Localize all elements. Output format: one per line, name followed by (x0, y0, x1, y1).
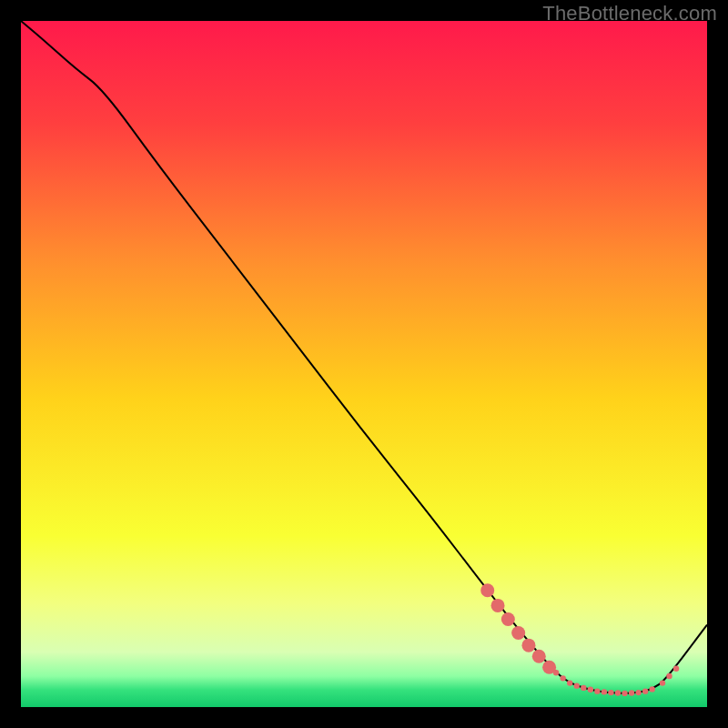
highlight-dot (521, 639, 535, 652)
highlight-dot (635, 690, 641, 695)
highlight-dot (581, 685, 586, 691)
highlight-dot (594, 688, 600, 693)
chart-stage: TheBottleneck.com (0, 0, 728, 728)
highlight-dot (511, 626, 525, 640)
highlight-dot (615, 690, 621, 695)
highlight-dot (574, 682, 580, 688)
highlight-dot (567, 680, 572, 685)
highlight-dot (602, 689, 607, 694)
highlight-dot (629, 690, 634, 695)
chart-plot-area (21, 21, 707, 707)
highlight-dot (588, 687, 593, 693)
highlight-dot (480, 583, 494, 597)
chart-background (21, 21, 707, 707)
highlight-dot (608, 690, 613, 695)
chart-svg (21, 21, 707, 707)
highlight-dot (666, 673, 672, 679)
highlight-dot (501, 612, 515, 626)
highlight-dot (560, 675, 565, 681)
highlight-dot (642, 688, 648, 693)
highlight-dot (532, 650, 546, 663)
highlight-dot (491, 599, 505, 612)
highlight-dot (649, 686, 654, 692)
highlight-dot (553, 670, 559, 675)
highlight-dot (622, 691, 627, 696)
highlight-dot (660, 680, 665, 685)
highlight-dot (673, 666, 679, 672)
